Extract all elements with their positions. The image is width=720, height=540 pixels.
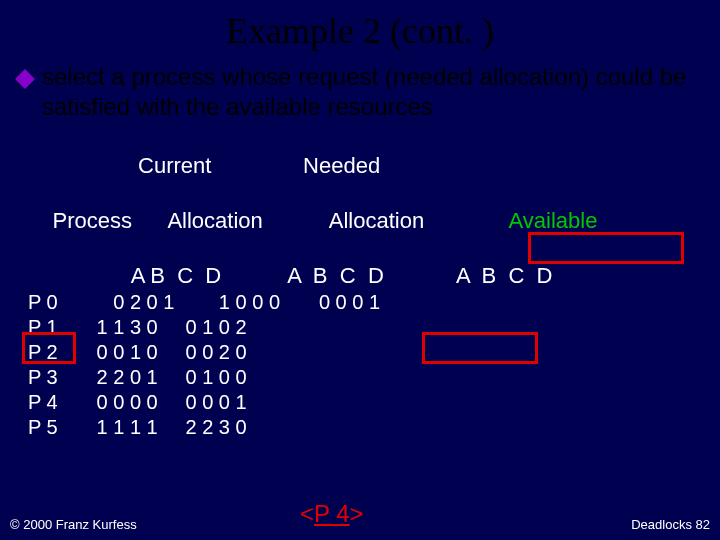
table-row: P 2 0 0 1 0 0 0 2 0 bbox=[28, 340, 720, 365]
bullet-row: select a process whose request (needed a… bbox=[18, 62, 702, 122]
resource-table: Current Needed Process Allocation Alloca… bbox=[28, 152, 720, 440]
table-row: P 4 0 0 0 0 0 0 0 1 bbox=[28, 390, 720, 415]
diamond-bullet-icon bbox=[15, 69, 35, 89]
highlight-box-p4-label bbox=[22, 332, 76, 364]
bullet-text: select a process whose request (needed a… bbox=[42, 62, 702, 122]
table-row: P 3 2 2 0 1 0 1 0 0 bbox=[28, 365, 720, 390]
footer: © 2000 Franz Kurfess Deadlocks 82 bbox=[10, 517, 710, 532]
highlight-box-available bbox=[528, 232, 684, 264]
slide-title: Example 2 (cont. ) bbox=[0, 10, 720, 52]
page-ref: Deadlocks 82 bbox=[631, 517, 710, 532]
table-row: P 5 1 1 1 1 2 2 3 0 bbox=[28, 415, 720, 440]
header-line-3: A B C D A B C D A B C D bbox=[28, 262, 720, 290]
table-row: P 0 0 2 0 1 1 0 0 0 0 0 0 1 bbox=[28, 290, 720, 315]
header-line-1: Current Needed bbox=[28, 152, 720, 180]
header-line-2-left: Process Allocation Allocation bbox=[52, 208, 508, 233]
highlight-box-p4-needed bbox=[422, 332, 538, 364]
table-row: P 1 1 1 3 0 0 1 0 2 bbox=[28, 315, 720, 340]
copyright: © 2000 Franz Kurfess bbox=[10, 517, 137, 532]
available-label: Available bbox=[509, 208, 598, 233]
